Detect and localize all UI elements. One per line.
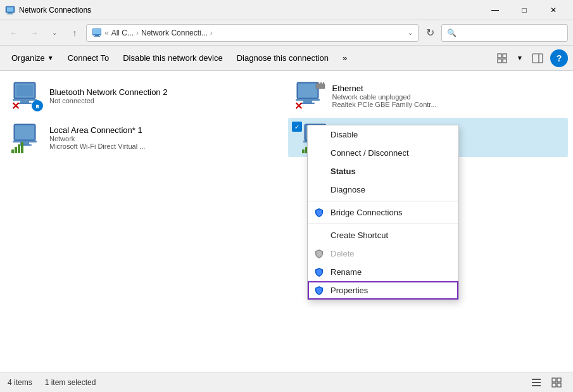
svg-rect-24: [301, 103, 315, 104]
svg-rect-27: [320, 82, 322, 85]
ethernet-badge: [315, 80, 326, 91]
svg-rect-11: [503, 59, 507, 63]
svg-rect-17: [20, 101, 29, 103]
svg-rect-12: [532, 54, 543, 63]
ctx-separator-2: [308, 224, 458, 224]
minimize-button[interactable]: —: [481, 0, 510, 20]
dropdown-history-button[interactable]: ⌄: [46, 24, 63, 42]
ctx-diagnose[interactable]: Diagnose: [308, 180, 458, 199]
breadcrumb-sep2: ›: [210, 28, 213, 37]
ctx-rename-label: Rename: [331, 267, 362, 277]
main-content: ✕ ʙ Bluetooth Network Connection 2 Not c…: [0, 71, 573, 372]
shield-icon-rename: [314, 267, 324, 277]
pane-icon: [532, 53, 543, 63]
ctx-disable[interactable]: Disable: [308, 125, 458, 144]
svg-rect-30: [15, 125, 34, 139]
connect-to-button[interactable]: Connect To: [61, 48, 116, 68]
ctx-connect-label: Connect / Disconnect: [331, 148, 409, 158]
ctx-create-shortcut[interactable]: Create Shortcut: [308, 226, 458, 244]
svg-rect-8: [498, 54, 501, 58]
more-icon: »: [343, 53, 347, 63]
more-button[interactable]: »: [336, 48, 353, 68]
breadcrumb-dropdown[interactable]: ⌄: [408, 29, 413, 36]
network-info-local: Local Area Connection* 1 Network Microso…: [49, 125, 279, 150]
svg-rect-43: [557, 378, 561, 382]
error-badge-ethernet: ✕: [294, 101, 303, 111]
organize-label: Organize: [11, 53, 45, 63]
ctx-shortcut-label: Create Shortcut: [331, 231, 388, 240]
network-info-bluetooth: Bluetooth Network Connection 2 Not conne…: [49, 87, 279, 104]
svg-rect-19: [16, 85, 33, 96]
ctx-connect-disconnect[interactable]: Connect / Disconnect: [308, 144, 458, 162]
diagnose-button[interactable]: Diagnose this connection: [230, 48, 335, 68]
svg-rect-1: [7, 7, 13, 11]
network-status-bluetooth: Not connected: [49, 97, 279, 104]
network-item-local[interactable]: Local Area Connection* 1 Network Microso…: [5, 118, 286, 157]
svg-rect-44: [552, 383, 556, 387]
error-badge-bluetooth: ✕: [11, 101, 20, 111]
network-adapter-local: Microsoft Wi-Fi Direct Virtual ...: [49, 142, 279, 150]
disable-label: Disable this network device: [123, 53, 223, 63]
network-info-ethernet: Ethernet Network cable unplugged Realtek…: [332, 84, 562, 108]
address-field[interactable]: « All C... › Network Connecti... › ⌄: [86, 24, 419, 42]
ctx-status[interactable]: Status: [308, 162, 458, 180]
toolbar: Organize ▼ Connect To Disable this netwo…: [0, 46, 573, 71]
close-button[interactable]: ✕: [539, 0, 568, 20]
address-bar: ← → ⌄ ↑ « All C... › Network Connecti...…: [0, 20, 573, 46]
ctx-delete-label: Delete: [331, 249, 355, 258]
list-view-icon: [531, 377, 541, 388]
address-icon: [92, 28, 102, 38]
search-field[interactable]: 🔍: [441, 24, 568, 42]
status-grid-view-button[interactable]: [548, 374, 565, 391]
status-list-view-button[interactable]: [527, 374, 545, 391]
svg-rect-41: [532, 385, 541, 386]
shield-icon-delete: [314, 249, 324, 259]
network-icon-wrapper-ethernet: ✕: [294, 80, 326, 111]
svg-rect-28: [323, 82, 324, 85]
pane-toggle-button[interactable]: [527, 49, 548, 67]
refresh-button[interactable]: ↻: [421, 24, 439, 42]
svg-rect-40: [532, 382, 541, 383]
svg-rect-10: [498, 59, 501, 63]
svg-rect-2: [8, 13, 12, 14]
breadcrumb-network: Network Connecti...: [141, 28, 208, 37]
status-bar: 4 items 1 item selected: [0, 372, 573, 392]
back-button[interactable]: ←: [5, 24, 23, 42]
wifi-bars-badge: [11, 142, 23, 153]
ctx-properties-label: Properties: [331, 286, 368, 295]
wifi-checkmark: ✓: [292, 122, 302, 132]
network-item-bluetooth[interactable]: ✕ ʙ Bluetooth Network Connection 2 Not c…: [5, 76, 286, 115]
ctx-properties[interactable]: Properties: [308, 281, 458, 300]
organize-button[interactable]: Organize ▼: [5, 48, 60, 68]
view-options-button[interactable]: [492, 49, 512, 67]
status-item-count: 4 items: [8, 378, 32, 387]
grid-view-icon: [551, 377, 562, 388]
view-grid-icon: [497, 53, 507, 63]
bluetooth-badge: ʙ: [32, 100, 43, 111]
breadcrumb-part1: «: [104, 28, 109, 37]
help-button[interactable]: ?: [550, 49, 568, 67]
network-status-ethernet: Network cable unplugged: [332, 93, 562, 101]
maximize-button[interactable]: □: [510, 0, 539, 20]
svg-rect-5: [93, 29, 101, 34]
ctx-status-label: Status: [331, 167, 356, 176]
network-icon-wrapper-bluetooth: ✕ ʙ: [11, 80, 43, 111]
network-icon-wrapper-local: [11, 122, 43, 153]
network-item-ethernet[interactable]: ✕ Ethernet Network cable unplugged Realt…: [288, 76, 569, 115]
forward-button[interactable]: →: [25, 24, 43, 42]
disable-button[interactable]: Disable this network device: [116, 48, 229, 68]
svg-rect-7: [94, 36, 100, 37]
diagnose-label: Diagnose this connection: [237, 53, 329, 63]
window-title: Network Connections: [19, 6, 481, 15]
title-bar: Network Connections — □ ✕: [0, 0, 573, 20]
ctx-rename[interactable]: Rename: [308, 263, 458, 281]
status-selected: 1 item selected: [45, 378, 96, 387]
view-dropdown-button[interactable]: ▼: [515, 49, 525, 67]
up-button[interactable]: ↑: [66, 24, 84, 42]
shield-icon-properties: [314, 286, 324, 296]
status-right: [527, 374, 565, 391]
network-name-local: Local Area Connection* 1: [49, 125, 279, 135]
ctx-delete[interactable]: Delete: [308, 244, 458, 263]
ctx-bridge[interactable]: Bridge Connections: [308, 203, 458, 222]
svg-rect-3: [7, 13, 13, 14]
